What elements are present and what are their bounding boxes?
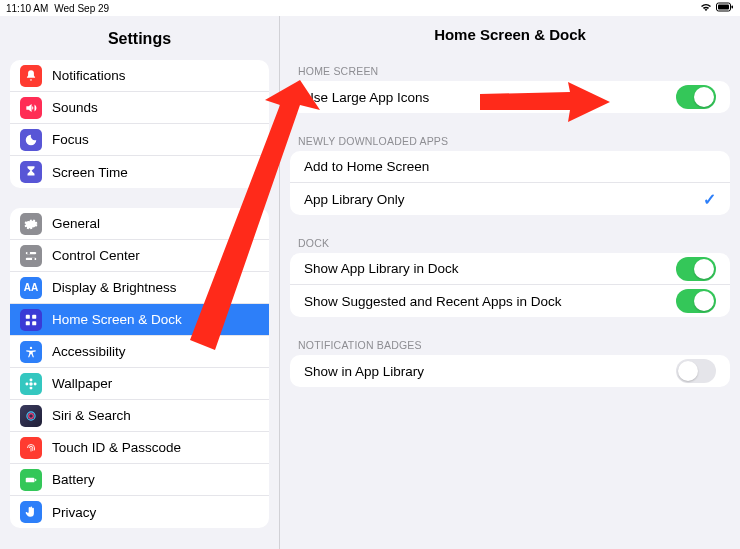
flower-icon	[20, 373, 42, 395]
row-label: Show in App Library	[304, 364, 676, 379]
sidebar-item-wallpaper[interactable]: Wallpaper	[10, 368, 269, 400]
svg-point-12	[29, 382, 33, 386]
section-header-dock: DOCK	[280, 229, 740, 253]
sidebar-item-label: Accessibility	[52, 344, 126, 359]
svg-rect-7	[26, 314, 30, 318]
svg-point-6	[32, 257, 35, 260]
sidebar-item-screen-time[interactable]: Screen Time	[10, 156, 269, 188]
svg-rect-2	[732, 6, 734, 9]
section-dock: Show App Library in Dock Show Suggested …	[290, 253, 730, 317]
toggle-large-app-icons[interactable]	[676, 85, 716, 109]
svg-rect-19	[26, 477, 35, 482]
svg-point-16	[34, 382, 37, 385]
row-show-in-app-library[interactable]: Show in App Library	[290, 355, 730, 387]
section-newly-downloaded: Add to Home Screen App Library Only ✓	[290, 151, 730, 215]
hand-icon	[20, 501, 42, 523]
sidebar-item-touch-id-passcode[interactable]: Touch ID & Passcode	[10, 432, 269, 464]
row-label: Show App Library in Dock	[304, 261, 676, 276]
siri-icon	[20, 405, 42, 427]
switches-icon	[20, 245, 42, 267]
row-label: Add to Home Screen	[304, 159, 716, 174]
text-size-icon: AA	[20, 277, 42, 299]
sidebar-item-label: Screen Time	[52, 165, 128, 180]
speaker-icon	[20, 97, 42, 119]
sidebar-item-label: Battery	[52, 472, 95, 487]
sidebar-item-label: Touch ID & Passcode	[52, 440, 181, 455]
gear-icon	[20, 213, 42, 235]
grid-icon	[20, 309, 42, 331]
sidebar-item-siri-search[interactable]: Siri & Search	[10, 400, 269, 432]
accessibility-icon	[20, 341, 42, 363]
sidebar-item-label: Home Screen & Dock	[52, 312, 182, 327]
svg-point-13	[30, 378, 33, 381]
row-app-library-only[interactable]: App Library Only ✓	[290, 183, 730, 215]
svg-rect-1	[718, 5, 729, 10]
sidebar-item-battery[interactable]: Battery	[10, 464, 269, 496]
wifi-icon	[700, 2, 712, 14]
sidebar-item-privacy[interactable]: Privacy	[10, 496, 269, 528]
sidebar-item-label: Display & Brightness	[52, 280, 177, 295]
sidebar-group-2: General Control Center AA Display & Brig…	[10, 208, 269, 528]
sidebar-item-home-screen-dock[interactable]: Home Screen & Dock	[10, 304, 269, 336]
section-home-screen: Use Large App Icons	[290, 81, 730, 113]
sidebar-item-accessibility[interactable]: Accessibility	[10, 336, 269, 368]
sidebar-item-sounds[interactable]: Sounds	[10, 92, 269, 124]
row-show-suggested-recent-apps[interactable]: Show Suggested and Recent Apps in Dock	[290, 285, 730, 317]
fingerprint-icon	[20, 437, 42, 459]
sidebar-item-label: Control Center	[52, 248, 140, 263]
status-time: 11:10 AM	[6, 3, 48, 14]
section-header-newly-downloaded: NEWLY DOWNLOADED APPS	[280, 127, 740, 151]
svg-point-5	[27, 251, 30, 254]
row-label: Use Large App Icons	[304, 90, 676, 105]
sidebar-item-label: Privacy	[52, 505, 96, 520]
settings-sidebar: Settings Notifications Sounds Focus Scre…	[0, 16, 280, 549]
detail-title: Home Screen & Dock	[280, 16, 740, 57]
row-label: App Library Only	[304, 192, 703, 207]
sidebar-item-label: Siri & Search	[52, 408, 131, 423]
status-bar: 11:10 AM Wed Sep 29	[0, 0, 740, 16]
sidebar-item-focus[interactable]: Focus	[10, 124, 269, 156]
section-header-home-screen: HOME SCREEN	[280, 57, 740, 81]
sidebar-item-label: Wallpaper	[52, 376, 112, 391]
toggle-show-in-app-library[interactable]	[676, 359, 716, 383]
sidebar-item-label: Notifications	[52, 68, 126, 83]
checkmark-icon: ✓	[703, 190, 716, 209]
sidebar-item-label: Sounds	[52, 100, 98, 115]
sidebar-item-control-center[interactable]: Control Center	[10, 240, 269, 272]
svg-rect-8	[32, 314, 36, 318]
svg-point-18	[29, 413, 34, 418]
row-label: Show Suggested and Recent Apps in Dock	[304, 294, 676, 309]
svg-rect-20	[35, 478, 36, 480]
sidebar-item-label: Focus	[52, 132, 89, 147]
svg-rect-10	[32, 321, 36, 325]
row-use-large-app-icons[interactable]: Use Large App Icons	[290, 81, 730, 113]
battery-icon	[716, 2, 734, 14]
sidebar-title: Settings	[0, 20, 279, 60]
hourglass-icon	[20, 161, 42, 183]
toggle-suggested-recent[interactable]	[676, 289, 716, 313]
section-badges: Show in App Library	[290, 355, 730, 387]
sidebar-item-display-brightness[interactable]: AA Display & Brightness	[10, 272, 269, 304]
status-date: Wed Sep 29	[54, 3, 109, 14]
toggle-app-library-dock[interactable]	[676, 257, 716, 281]
sidebar-item-general[interactable]: General	[10, 208, 269, 240]
svg-point-14	[30, 386, 33, 389]
row-show-app-library-in-dock[interactable]: Show App Library in Dock	[290, 253, 730, 285]
battery-icon	[20, 469, 42, 491]
detail-pane: Home Screen & Dock HOME SCREEN Use Large…	[280, 16, 740, 549]
sidebar-item-notifications[interactable]: Notifications	[10, 60, 269, 92]
sidebar-group-1: Notifications Sounds Focus Screen Time	[10, 60, 269, 188]
bell-icon	[20, 65, 42, 87]
section-header-badges: NOTIFICATION BADGES	[280, 331, 740, 355]
moon-icon	[20, 129, 42, 151]
svg-point-11	[30, 346, 32, 348]
svg-point-15	[25, 382, 28, 385]
sidebar-item-label: General	[52, 216, 100, 231]
svg-rect-9	[26, 321, 30, 325]
row-add-to-home-screen[interactable]: Add to Home Screen	[290, 151, 730, 183]
